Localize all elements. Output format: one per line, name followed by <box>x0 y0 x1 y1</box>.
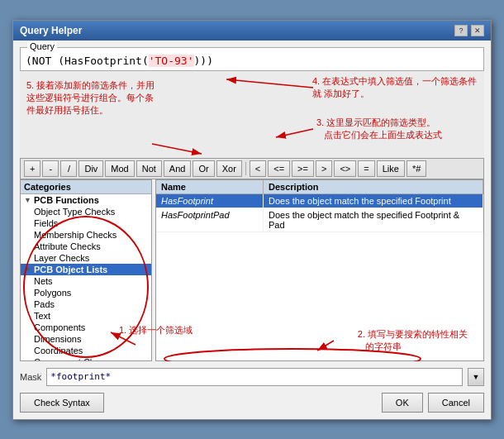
toolbar-neq[interactable]: <> <box>334 160 356 177</box>
annotation-2: 2. 填写与要搜索的特性相关 的字符串 <box>358 328 468 353</box>
toolbar: + - / Div Mod Not And Or Xor < <= >= > <… <box>20 158 484 179</box>
annotation-3: 3. 这里显示匹配的筛选类型。 点击它们会在上面生成表达式 <box>316 117 478 142</box>
toolbar-and[interactable]: And <box>164 160 192 177</box>
toolbar-slash[interactable]: / <box>60 160 77 177</box>
results-row-1[interactable]: HasFootprintPad Does the object match th… <box>156 208 483 232</box>
annotation-4: 4. 在表达式中填入筛选值，一个筛选条件就 添加好了。 <box>312 75 478 101</box>
toolbar-eq[interactable]: = <box>358 160 374 177</box>
tree-item-object-type[interactable]: Object Type Checks <box>21 206 151 217</box>
toolbar-like[interactable]: Like <box>377 160 405 177</box>
col-header-desc: Description <box>264 180 483 193</box>
toolbar-lt[interactable]: < <box>250 160 266 177</box>
query-label: Query <box>27 41 57 51</box>
pcb-object-lists-label: PCB Object Lists <box>34 265 107 274</box>
tree-item-pcb-functions[interactable]: ▼ PCB Functions <box>21 194 151 206</box>
tree-item-polygons[interactable]: Polygons <box>21 287 151 298</box>
query-content: (NOT (HasFootprint('TO-93'))) <box>21 48 483 70</box>
annotations-area: 4. 在表达式中填入筛选值，一个筛选条件就 添加好了。 5. 接着添加新的筛选条… <box>20 71 484 158</box>
help-button[interactable]: ? <box>454 25 468 36</box>
toolbar-not[interactable]: Not <box>136 160 162 177</box>
tree-item-attribute[interactable]: Attribute Checks <box>21 241 151 252</box>
tree-item-text[interactable]: Text <box>21 310 151 322</box>
toolbar-mod[interactable]: Mod <box>105 160 134 177</box>
svg-line-3 <box>276 129 313 137</box>
tree-item-layer[interactable]: Layer Checks <box>21 252 151 264</box>
mask-input[interactable] <box>46 368 463 386</box>
expand-icon: ▼ <box>24 196 31 204</box>
tree-item-pads[interactable]: Pads <box>21 298 151 310</box>
toolbar-gte[interactable]: >= <box>292 160 314 177</box>
mask-label: Mask <box>20 372 41 382</box>
tree-item-coordinates[interactable]: Coordinates <box>21 345 151 356</box>
query-group: Query (NOT (HasFootprint('TO-93'))) <box>20 47 484 71</box>
svg-line-2 <box>152 144 202 154</box>
annotation-1: 1. 选择一个筛选域 <box>119 324 193 336</box>
main-area: Categories ▼ PCB Functions Object Type C… <box>20 179 484 361</box>
pcb-functions-label: PCB Functions <box>34 195 99 205</box>
title-bar: Query Helper ? ✕ <box>13 21 491 41</box>
check-syntax-button[interactable]: Check Syntax <box>20 393 104 413</box>
query-text-after: ))) <box>194 55 213 67</box>
expand-icon-2: ▼ <box>24 265 31 274</box>
window-controls: ? ✕ <box>454 25 484 36</box>
toolbar-div[interactable]: Div <box>78 160 103 177</box>
window-body: Query (NOT (HasFootprint('TO-93'))) <box>13 41 491 419</box>
query-helper-window: Query Helper ? ✕ Query (NOT (HasFootprin… <box>12 20 492 420</box>
result-desc-1: Does the object match the specified Foot… <box>264 208 483 231</box>
toolbar-lte[interactable]: <= <box>268 160 290 177</box>
query-text-highlight: 'TO-93' <box>149 55 194 67</box>
close-button[interactable]: ✕ <box>471 25 484 36</box>
annotation-5: 5. 接着添加新的筛选条件，并用这些逻辑符号进行组合。每个条件最好用括号括住。 <box>26 79 171 117</box>
mask-section: Mask ▼ <box>20 365 484 389</box>
toolbar-plus[interactable]: + <box>24 160 40 177</box>
result-name-1: HasFootprintPad <box>156 208 264 231</box>
toolbar-gt[interactable]: > <box>316 160 332 177</box>
toolbar-xor[interactable]: Xor <box>216 160 242 177</box>
results-header: Name Description <box>156 180 483 194</box>
tree-item-fields[interactable]: Fields <box>21 217 151 229</box>
result-name-0: HasFootprint <box>156 194 264 208</box>
cancel-button[interactable]: Cancel <box>428 393 484 413</box>
window-title: Query Helper <box>20 25 82 36</box>
tree-item-nets[interactable]: Nets <box>21 275 151 287</box>
toolbar-minus[interactable]: - <box>42 160 59 177</box>
mask-dropdown[interactable]: ▼ <box>468 368 484 386</box>
query-text-before: (NOT (HasFootprint( <box>26 55 149 67</box>
footer-buttons: Check Syntax OK Cancel <box>20 389 484 413</box>
toolbar-special[interactable]: *# <box>407 160 426 177</box>
footer-right: OK Cancel <box>382 393 484 413</box>
tree-item-component-classes[interactable]: Component Classes <box>21 356 151 361</box>
toolbar-sep <box>245 162 246 175</box>
toolbar-or[interactable]: Or <box>193 160 214 177</box>
tree-item-pcb-object-lists[interactable]: ▼ PCB Object Lists <box>21 264 151 275</box>
tree-item-membership[interactable]: Membership Checks <box>21 229 151 241</box>
result-desc-0: Does the object match the specified Foot… <box>264 194 483 208</box>
col-header-name: Name <box>156 180 264 193</box>
categories-header: Categories <box>21 180 151 194</box>
results-row-0[interactable]: HasFootprint Does the object match the s… <box>156 194 483 208</box>
ok-button[interactable]: OK <box>382 393 423 413</box>
svg-line-1 <box>226 79 313 88</box>
